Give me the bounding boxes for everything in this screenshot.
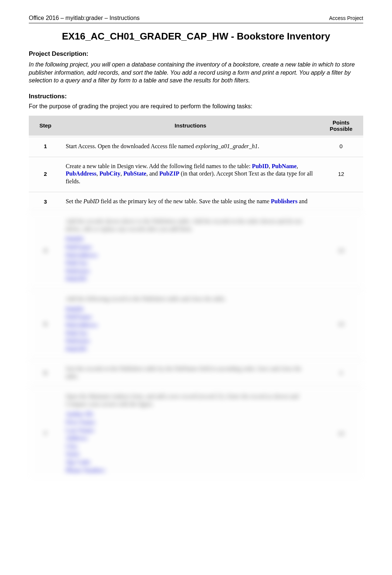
step-instructions: Open the Maintain Authors form, and add … [62, 387, 319, 479]
step-number: 6 [29, 359, 62, 386]
header-left: Office 2016 – myitlab:grader – Instructi… [29, 15, 140, 21]
table-row: 2Create a new table in Design view. Add … [29, 156, 363, 191]
table-row: 7Open the Maintain Authors form, and add… [29, 387, 363, 479]
step-points: 0 [319, 136, 363, 156]
page-header: Office 2016 – myitlab:grader – Instructi… [29, 15, 363, 23]
step-number: 2 [29, 156, 62, 191]
instructions-table: Step Instructions Points Possible 1Start… [29, 115, 363, 480]
step-points: 12 [319, 156, 363, 191]
header-right: Access Project [329, 15, 363, 21]
step-number: 4 [29, 211, 62, 288]
step-points [319, 191, 363, 211]
table-row: 5Add the following record to the Publish… [29, 289, 363, 358]
record-block: PubID: PubName: PubAddress: PubCity: Pub… [66, 305, 315, 353]
instructions-heading: Instructions: [29, 93, 363, 100]
step-instructions: Add the following record to the Publishe… [62, 289, 319, 358]
step-instructions: Set the PubID field as the primary key o… [62, 191, 319, 211]
step-number: 3 [29, 191, 62, 211]
table-row: 1Start Access. Open the downloaded Acces… [29, 136, 363, 156]
project-description-text: In the following project, you will open … [29, 61, 363, 85]
table-header-row: Step Instructions Points Possible [29, 116, 363, 136]
col-instructions: Instructions [62, 116, 319, 136]
step-number: 7 [29, 387, 62, 479]
step-instructions: Sort the records in the Publishers table… [62, 359, 319, 386]
table-row: 3Set the PubID field as the primary key … [29, 191, 363, 211]
step-number: 5 [29, 289, 62, 358]
step-points: 10 [319, 211, 363, 288]
record-block: Author ID: First Name: Last Name: Addres… [66, 410, 315, 474]
step-points: 10 [319, 289, 363, 358]
col-points: Points Possible [319, 116, 363, 136]
table-row: 6Sort the records in the Publishers tabl… [29, 359, 363, 386]
project-description-heading: Project Description: [29, 50, 363, 58]
record-block: PubID: PubName: PubAddress: PubCity: Pub… [66, 235, 315, 283]
step-instructions: Start Access. Open the downloaded Access… [62, 136, 319, 156]
table-row: 4Add the records shown above to the Publ… [29, 211, 363, 288]
step-instructions: Create a new table in Design view. Add t… [62, 156, 319, 191]
col-step: Step [29, 116, 62, 136]
step-number: 1 [29, 136, 62, 156]
page-title: EX16_AC_CH01_GRADER_CAP_HW - Bookstore I… [29, 31, 363, 42]
step-points: 4 [319, 359, 363, 386]
instructions-intro: For the purpose of grading the project y… [29, 103, 363, 110]
step-instructions: Add the records shown above to the Publi… [62, 211, 319, 288]
step-points: 10 [319, 387, 363, 479]
